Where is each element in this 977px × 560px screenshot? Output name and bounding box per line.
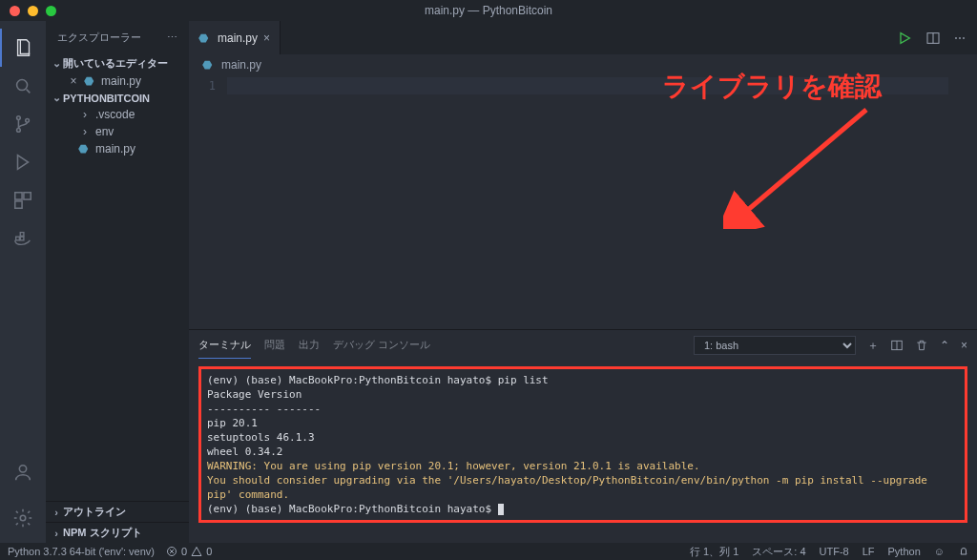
svg-rect-5 (24, 193, 31, 199)
sidebar-title: エクスプローラー (57, 31, 141, 45)
folder-item[interactable]: ›env (46, 123, 189, 140)
folder-item[interactable]: ›.vscode (46, 106, 189, 123)
terminal-panel: ターミナル問題出力デバッグ コンソール 1: bash ＋ ⌃ × (189, 329, 977, 543)
terminal-cursor (498, 504, 504, 515)
chevron-right-icon: › (50, 507, 63, 518)
docker-activity[interactable] (0, 219, 46, 258)
outline-section[interactable]: › アウトライン (46, 501, 189, 522)
explorer-sidebar: エクスプローラー ⋯ ⌄ 開いているエディター × ⬣ main.py ⌄ PY… (46, 21, 189, 543)
editor-tabs: ⬣ main.py × ⋯ (189, 21, 977, 54)
terminal-line: (env) (base) MacBookPro:PythonBitcoin ha… (207, 502, 959, 516)
chevron-right-icon: › (50, 528, 63, 539)
sidebar-header: エクスプローラー ⋯ (46, 21, 189, 54)
explorer-activity[interactable] (0, 29, 46, 67)
annotation-text: ライブラリを確認 (662, 69, 882, 105)
chevron-right-icon: › (78, 125, 92, 138)
open-editor-name: main.py (101, 74, 141, 88)
status-eol[interactable]: LF (863, 545, 875, 559)
outline-label: アウトライン (63, 505, 126, 519)
project-section[interactable]: ⌄ PYTHONBITCOIN (46, 90, 189, 106)
breadcrumb-text: main.py (221, 58, 261, 72)
debug-activity[interactable] (0, 143, 46, 181)
new-terminal-icon[interactable]: ＋ (867, 338, 879, 354)
svg-point-0 (17, 80, 28, 91)
line-number: 1 (189, 77, 216, 94)
line-gutter: 1 (189, 75, 227, 94)
status-lang[interactable]: Python (888, 545, 921, 559)
file-tree: ›.vscode›env⬣main.py (46, 106, 189, 157)
file-item[interactable]: ⬣main.py (46, 140, 189, 157)
extensions-icon (12, 190, 33, 211)
terminal-line: ---------- ------- (207, 402, 959, 416)
svg-point-3 (26, 119, 30, 123)
maximize-window-button[interactable] (46, 6, 56, 16)
source-control-activity[interactable] (0, 105, 46, 143)
search-icon (12, 75, 33, 96)
settings-activity[interactable] (0, 499, 46, 537)
terminal-line: You should consider upgrading via the '/… (207, 473, 959, 502)
python-file-icon: ⬣ (202, 58, 216, 72)
error-icon (166, 546, 177, 557)
open-editors-section[interactable]: ⌄ 開いているエディター (46, 54, 189, 73)
close-icon[interactable]: × (67, 74, 80, 88)
editor-area: ⬣ main.py × ⋯ ⬣ main.py 1 (189, 21, 977, 543)
panel-tab[interactable]: ターミナル (198, 332, 251, 359)
maximize-panel-icon[interactable]: ⌃ (940, 339, 949, 352)
feedback-icon[interactable]: ☺ (934, 545, 945, 559)
svg-point-10 (19, 466, 26, 472)
extensions-activity[interactable] (0, 181, 46, 219)
terminal-line: pip 20.1 (207, 416, 959, 430)
split-editor-icon[interactable] (925, 31, 941, 46)
more-icon[interactable]: ⋯ (954, 31, 966, 45)
npm-label: NPM スクリプト (63, 526, 142, 540)
close-icon[interactable]: × (263, 31, 270, 45)
terminal-select[interactable]: 1: bash (694, 336, 856, 355)
sidebar-more-icon[interactable]: ⋯ (167, 31, 177, 44)
panel-tab[interactable]: 出力 (299, 332, 320, 359)
svg-rect-7 (16, 237, 20, 240)
run-icon[interactable] (897, 31, 912, 46)
tab-main-py[interactable]: ⬣ main.py × (189, 21, 281, 54)
svg-point-1 (17, 116, 21, 120)
search-activity[interactable] (0, 67, 46, 105)
npm-scripts-section[interactable]: › NPM スクリプト (46, 522, 189, 543)
panel-tab[interactable]: 問題 (264, 332, 285, 359)
warning-icon (191, 546, 202, 557)
files-icon (13, 37, 34, 58)
split-terminal-icon[interactable] (890, 339, 904, 352)
status-python[interactable]: Python 3.7.3 64-bit ('env': venv) (8, 546, 155, 557)
bell-icon[interactable] (958, 545, 969, 559)
terminal-line: setuptools 46.1.3 (207, 430, 959, 445)
panel-actions: 1: bash ＋ ⌃ × (694, 336, 967, 355)
chevron-down-icon: ⌄ (50, 92, 63, 104)
python-file-icon: ⬣ (78, 142, 92, 156)
status-bar: Python 3.7.3 64-bit ('env': venv) 0 0 行 … (0, 543, 977, 560)
project-label: PYTHONBITCOIN (63, 93, 150, 104)
window-title: main.py — PythonBitcoin (425, 4, 552, 17)
git-branch-icon (12, 114, 33, 135)
status-encoding[interactable]: UTF-8 (820, 545, 849, 559)
trash-icon[interactable] (915, 339, 928, 352)
status-problems[interactable]: 0 0 (166, 546, 212, 557)
svg-rect-4 (15, 193, 22, 199)
activity-bar (0, 21, 46, 543)
panel-tab[interactable]: デバッグ コンソール (333, 332, 430, 359)
status-spaces[interactable]: スペース: 4 (752, 545, 805, 559)
terminal-content[interactable]: (env) (base) MacBookPro:PythonBitcoin ha… (189, 361, 977, 543)
svg-rect-6 (15, 201, 22, 208)
gear-icon (12, 508, 33, 529)
python-file-icon: ⬣ (84, 74, 97, 88)
open-editor-item[interactable]: × ⬣ main.py (46, 73, 189, 90)
minimize-window-button[interactable] (28, 6, 38, 16)
close-panel-icon[interactable]: × (961, 339, 967, 352)
close-window-button[interactable] (10, 6, 20, 16)
terminal-line: (env) (base) MacBookPro:PythonBitcoin ha… (207, 373, 959, 387)
status-line-col[interactable]: 行 1、列 1 (690, 545, 738, 559)
panel-tabs: ターミナル問題出力デバッグ コンソール 1: bash ＋ ⌃ × (189, 330, 977, 361)
python-file-icon: ⬣ (198, 31, 212, 45)
editor-actions: ⋯ (897, 21, 977, 54)
accounts-activity[interactable] (0, 453, 46, 491)
play-bug-icon (12, 152, 33, 173)
svg-point-11 (20, 515, 26, 521)
chevron-right-icon: › (78, 108, 92, 121)
